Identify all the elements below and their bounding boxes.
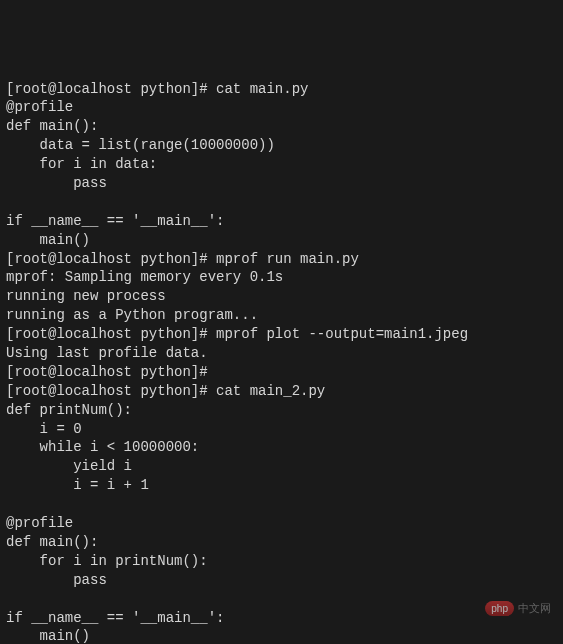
watermark: php 中文网 [485, 601, 551, 617]
terminal-line: data = list(range(10000000)) [6, 137, 275, 153]
terminal-line: i = 0 [6, 421, 82, 437]
terminal-line: mprof: Sampling memory every 0.1s [6, 269, 283, 285]
terminal-line: while i < 10000000: [6, 439, 199, 455]
terminal-line: [root@localhost python]# cat main_2.py [6, 383, 325, 399]
terminal-line: Using last profile data. [6, 345, 208, 361]
terminal-line: pass [6, 572, 107, 588]
terminal-line: for i in data: [6, 156, 157, 172]
terminal-line: [root@localhost python]# mprof run main.… [6, 251, 359, 267]
terminal-line: @profile [6, 515, 73, 531]
terminal-line: running as a Python program... [6, 307, 258, 323]
terminal-line: for i in printNum(): [6, 553, 208, 569]
watermark-text: 中文网 [518, 601, 551, 616]
terminal-line: def main(): [6, 118, 98, 134]
terminal-line: main() [6, 232, 90, 248]
watermark-badge: php [485, 601, 514, 617]
terminal-line: def main(): [6, 534, 98, 550]
terminal-line: yield i [6, 458, 132, 474]
terminal-line: running new process [6, 288, 166, 304]
terminal-line: pass [6, 175, 107, 191]
terminal-line: i = i + 1 [6, 477, 149, 493]
terminal-line: def printNum(): [6, 402, 132, 418]
terminal-line: @profile [6, 99, 73, 115]
terminal-line: [root@localhost python]# cat main.py [6, 81, 308, 97]
terminal-line: if __name__ == '__main__': [6, 610, 224, 626]
terminal-line: [root@localhost python]# mprof plot --ou… [6, 326, 468, 342]
terminal-line: if __name__ == '__main__': [6, 213, 224, 229]
terminal-line: main() [6, 628, 90, 644]
terminal-output[interactable]: [root@localhost python]# cat main.py @pr… [6, 80, 557, 644]
terminal-line: [root@localhost python]# [6, 364, 208, 380]
